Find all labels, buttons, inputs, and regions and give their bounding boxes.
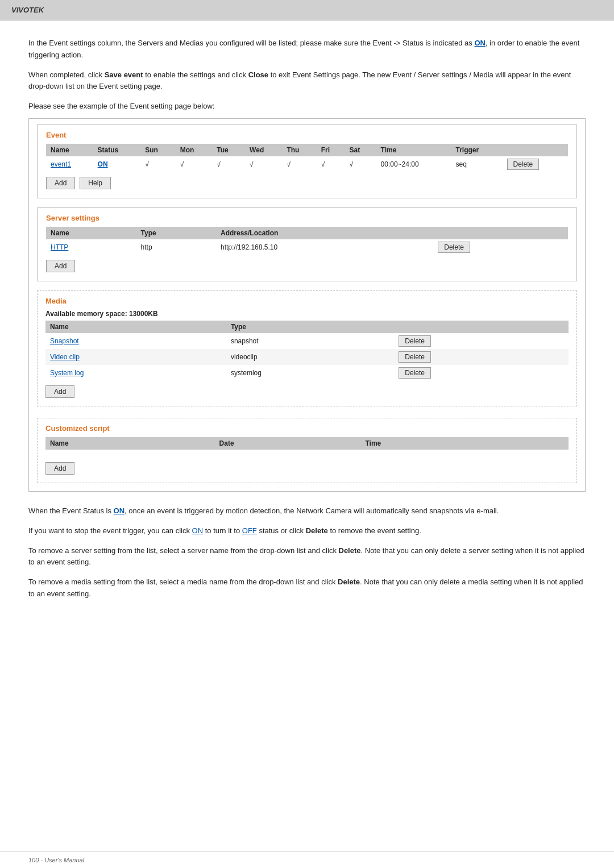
footer: 100 - User's Manual [0,852,614,868]
event-help-button[interactable]: Help [80,177,111,189]
customized-col-action [513,437,569,450]
bottom-para-2-on[interactable]: ON [192,526,204,535]
media-row-name[interactable]: Video clip [45,349,226,365]
event-row-time: 00:00~24:00 [376,156,451,172]
server-table: Name Type Address/Location HTTP http htt… [46,227,568,255]
server-col-name: Name [46,227,136,239]
server-col-action [433,227,568,239]
server-col-address: Address/Location [216,227,433,239]
bottom-para-2-rest: to remove the event setting. [328,526,421,535]
intro-para-1: In the Event settings column, the Server… [28,38,586,61]
server-row-address: http://192.168.5.10 [216,239,433,255]
event-col-sun: Sun [140,144,175,156]
intro-para-2-mid: to enable the settings and click [143,70,248,79]
media-col-action [394,321,569,333]
event-row-name[interactable]: event1 [46,156,93,172]
bottom-para-1-end: , once an event is triggered by motion d… [125,506,499,515]
settings-outer-box: Event Name Status Sun Mon Tue Wed Thu Fr… [28,118,586,492]
customized-section: Customized script Name Date Time [37,418,577,483]
event-col-trigger: Trigger [451,144,502,156]
customized-add-button[interactable]: Add [45,462,74,475]
customized-section-inner: Customized script Name Date Time [38,418,576,483]
event-row-fri: √ [317,156,345,172]
media-delete-button[interactable]: Delete [399,367,431,379]
event-col-name: Name [46,144,93,156]
bottom-para-2-end: status or click [257,526,306,535]
customized-table: Name Date Time [45,437,569,458]
main-content: In the Event settings column, the Server… [0,20,614,625]
event-table-header-row: Name Status Sun Mon Tue Wed Thu Fri Sat … [46,144,568,156]
media-section: Media Available memory space: 13000KB Na… [37,290,577,406]
event-col-time: Time [376,144,451,156]
intro-para-1-text: In the Event settings column, the Server… [28,39,474,47]
server-section: Server settings Name Type Address/Locati… [37,207,577,281]
settings-outer-box-inner: Event Name Status Sun Mon Tue Wed Thu Fr… [29,119,585,491]
intro-para-1-on: ON [474,39,486,47]
event-col-tue: Tue [212,144,245,156]
server-delete-button[interactable]: Delete [438,242,470,253]
bottom-para-1: When the Event Status is ON, once an eve… [28,505,586,517]
server-row-type: http [136,239,216,255]
media-table-row: System log systemlog Delete [45,365,569,381]
media-row-type: snapshot [226,333,394,349]
bottom-para-4-start: To remove a media setting from the list,… [28,578,338,586]
bottom-para-4-delete: Delete [338,578,360,586]
server-table-header-row: Name Type Address/Location [46,227,568,239]
bottom-para-2-start: If you want to stop the event trigger, y… [28,526,192,535]
bottom-para-4: To remove a media setting from the list,… [28,576,586,600]
bottom-para-2-off[interactable]: OFF [242,526,257,535]
customized-table-header-row: Name Date Time [45,437,569,450]
event-col-wed: Wed [245,144,282,156]
event-row-sat: √ [345,156,376,172]
event-row-status[interactable]: ON [93,156,141,172]
event-col-fri: Fri [317,144,345,156]
event-row-action[interactable]: Delete [503,156,569,172]
bottom-para-1-on[interactable]: ON [114,506,125,515]
server-table-row: HTTP http http://192.168.5.10 Delete [46,239,568,255]
customized-col-date: Date [215,437,361,450]
customized-empty-row [45,450,569,458]
media-delete-button[interactable]: Delete [399,351,431,363]
media-col-type: Type [226,321,394,333]
event-table-row: event1 ON √ √ √ √ √ √ √ 00:00~24:00 seq … [46,156,568,172]
server-row-name[interactable]: HTTP [46,239,136,255]
media-delete-button[interactable]: Delete [399,335,431,347]
bottom-para-2: If you want to stop the event trigger, y… [28,525,586,537]
event-col-thu: Thu [282,144,316,156]
event-row-wed: √ [245,156,282,172]
event-add-row: Add Help [46,177,568,189]
media-row-name[interactable]: System log [45,365,226,381]
media-table-row: Video clip videoclip Delete [45,349,569,365]
bottom-para-2-mid: to turn it to [203,526,242,535]
available-memory: Available memory space: 13000KB [45,310,569,318]
event-delete-button[interactable]: Delete [507,159,540,170]
media-row-action[interactable]: Delete [394,365,569,381]
header: VIVOTEK [0,0,614,20]
bottom-para-3: To remove a server setting from the list… [28,545,586,569]
media-add-button[interactable]: Add [45,385,74,398]
event-row-trigger: seq [451,156,502,172]
brand-logo: VIVOTEK [11,6,44,14]
media-table-header-row: Name Type [45,321,569,333]
server-add-button[interactable]: Add [46,260,75,272]
bottom-para-2-delete: Delete [306,526,328,535]
media-row-action[interactable]: Delete [394,333,569,349]
media-table-row: Snapshot snapshot Delete [45,333,569,349]
server-add-row: Add [46,260,568,272]
customized-col-time: Time [360,437,513,450]
media-row-action[interactable]: Delete [394,349,569,365]
event-add-button[interactable]: Add [46,177,75,189]
bottom-para-3-start: To remove a server setting from the list… [28,546,339,555]
media-row-name[interactable]: Snapshot [45,333,226,349]
media-col-name: Name [45,321,226,333]
media-table: Name Type Snapshot snapshot Delete Video… [45,321,569,381]
intro-para-2-start: When completed, click [28,70,105,79]
server-row-action[interactable]: Delete [433,239,568,255]
customized-col-name: Name [45,437,215,450]
example-label: Please see the example of the Event sett… [28,101,586,113]
event-row-tue: √ [212,156,245,172]
event-section-title: Event [46,131,568,139]
customized-add-row: Add [45,462,569,475]
server-col-type: Type [136,227,216,239]
media-row-type: systemlog [226,365,394,381]
